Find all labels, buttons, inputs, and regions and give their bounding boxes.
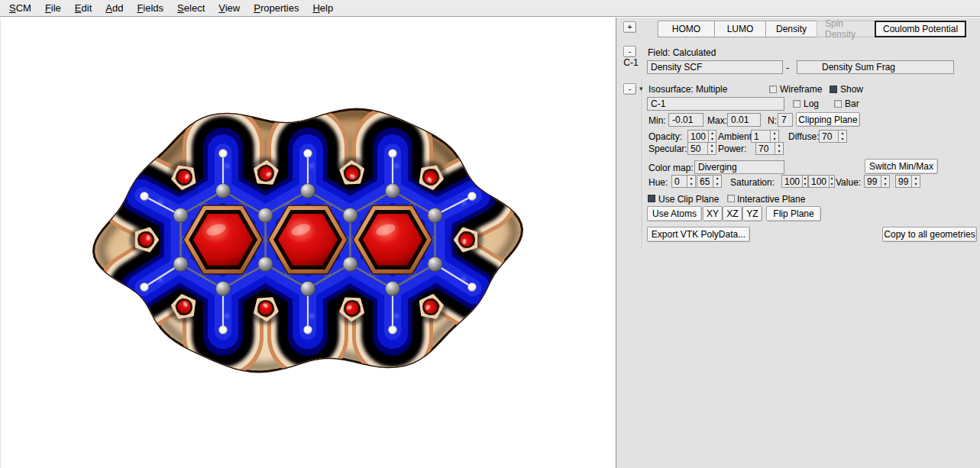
value-max-value[interactable]: 99: [895, 175, 911, 188]
use-clip-plane-label: Use Clip Plane: [658, 194, 719, 205]
molecule-render: [1, 18, 616, 468]
geometry-label: C-1: [621, 57, 641, 68]
saturation-max-value[interactable]: 100: [808, 175, 829, 188]
export-vtk-button[interactable]: Export VTK PolyData...: [647, 227, 750, 242]
min-input[interactable]: -0.01: [668, 113, 703, 127]
expand-section-button[interactable]: +: [623, 21, 636, 33]
spinner-arrows-icon[interactable]: ▴▾: [829, 175, 835, 188]
use-atoms-button[interactable]: Use Atoms: [647, 206, 702, 221]
isosurface-section-title: Isosurface: Multiple: [648, 84, 727, 95]
opacity-stepper[interactable]: 100 ▴▾: [687, 130, 716, 143]
collapse-field-section-button[interactable]: -: [623, 46, 636, 57]
ambient-stepper[interactable]: 1 ▴▾: [751, 130, 779, 143]
menu-add[interactable]: Add: [99, 1, 130, 16]
hue-min-stepper[interactable]: 0 ▴▾: [671, 175, 696, 188]
tab-homo[interactable]: HOMO: [658, 21, 715, 37]
saturation-min-value[interactable]: 100: [781, 175, 802, 188]
field-tab-bar: HOMO LUMO Density Spin Density Coulomb P…: [658, 21, 966, 37]
tab-lumo[interactable]: LUMO: [714, 21, 766, 37]
plane-xy-button[interactable]: XY: [703, 206, 723, 221]
tab-coulomb-potential[interactable]: Coulomb Potential: [875, 21, 966, 37]
specular-label: Specular:: [648, 144, 687, 154]
clipping-plane-button[interactable]: Clipping Plane: [796, 112, 860, 127]
opacity-label: Opacity:: [648, 131, 682, 142]
spinner-arrows-icon[interactable]: ▴▾: [838, 130, 847, 143]
power-stepper[interactable]: 70 ▴▾: [755, 142, 784, 155]
spinner-arrows-icon[interactable]: ▴▾: [911, 175, 920, 188]
collapse-isosurface-section-button[interactable]: -: [623, 83, 636, 95]
log-label: Log: [804, 98, 819, 109]
use-clip-plane-checkbox[interactable]: [648, 195, 655, 202]
application-window: SCM File Edit Add Fields Select View Pro…: [0, 0, 980, 468]
hue-max-value[interactable]: 65: [697, 175, 713, 188]
tab-density[interactable]: Density: [765, 21, 817, 37]
wireframe-checkbox[interactable]: [769, 86, 777, 93]
menu-scm[interactable]: SCM: [2, 1, 38, 16]
log-checkbox[interactable]: [793, 100, 800, 108]
n-input[interactable]: 7: [778, 113, 793, 127]
spinner-arrows-icon[interactable]: ▴▾: [775, 142, 784, 155]
hue-max-stepper[interactable]: 65 ▴▾: [697, 175, 722, 188]
saturation-max-stepper[interactable]: 100 ▴▾: [808, 175, 835, 188]
hue-label: Hue:: [648, 177, 668, 188]
collapse-arrow-icon[interactable]: ▾: [639, 86, 643, 92]
min-label: Min:: [648, 115, 666, 126]
field-combo-right[interactable]: Density Sum Frag: [797, 60, 954, 74]
plane-yz-button[interactable]: YZ: [742, 206, 762, 221]
interactive-plane-checkbox[interactable]: [727, 195, 735, 202]
isosurface-name-input[interactable]: C-1: [647, 97, 784, 111]
plane-xz-button[interactable]: XZ: [723, 206, 742, 221]
diffuse-value[interactable]: 70: [819, 130, 838, 143]
value-max-stepper[interactable]: 99 ▴▾: [895, 175, 920, 188]
colormap-combo[interactable]: Diverging: [694, 160, 784, 174]
diffuse-stepper[interactable]: 70 ▴▾: [819, 130, 847, 143]
menu-properties[interactable]: Properties: [247, 1, 306, 16]
ambient-label: Ambient:: [718, 131, 754, 142]
copy-to-all-geometries-button[interactable]: Copy to all geometries: [882, 227, 977, 242]
menu-fields[interactable]: Fields: [130, 1, 170, 16]
spinner-arrows-icon[interactable]: ▴▾: [802, 175, 808, 188]
spinner-arrows-icon[interactable]: ▴▾: [770, 130, 779, 143]
power-label: Power:: [718, 144, 746, 154]
wireframe-label: Wireframe: [780, 84, 822, 95]
menu-edit[interactable]: Edit: [68, 1, 99, 16]
viewport-3d[interactable]: [0, 18, 616, 468]
spinner-arrows-icon[interactable]: ▴▾: [708, 130, 716, 143]
power-value[interactable]: 70: [755, 142, 775, 155]
saturation-label: Saturation:: [730, 177, 775, 188]
tab-spin-density: Spin Density: [817, 21, 875, 37]
spinner-arrows-icon[interactable]: ▴▾: [713, 175, 722, 188]
bar-checkbox[interactable]: [834, 100, 842, 108]
bar-label: Bar: [845, 98, 859, 109]
max-label: Max:: [707, 115, 727, 126]
max-input[interactable]: 0.01: [727, 113, 761, 127]
menu-help[interactable]: Help: [306, 1, 340, 16]
control-panel: + HOMO LUMO Density Spin Density Coulomb…: [616, 18, 980, 468]
n-label: N:: [768, 115, 777, 126]
menu-file[interactable]: File: [38, 1, 68, 16]
saturation-min-stepper[interactable]: 100 ▴▾: [781, 175, 808, 188]
ambient-value[interactable]: 1: [751, 130, 770, 143]
colormap-label: Color map:: [648, 163, 694, 173]
menu-view[interactable]: View: [212, 1, 247, 16]
spinner-arrows-icon[interactable]: ▴▾: [687, 175, 696, 188]
diffuse-label: Diffuse:: [788, 131, 819, 142]
hue-min-value[interactable]: 0: [671, 175, 687, 188]
interactive-plane-label: Interactive Plane: [737, 194, 805, 205]
specular-stepper[interactable]: 50 ▴▾: [687, 142, 716, 155]
menu-bar: SCM File Edit Add Fields Select View Pro…: [0, 0, 980, 17]
menu-select[interactable]: Select: [170, 1, 212, 16]
field-section-title: Field: Calculated: [648, 47, 716, 58]
spinner-arrows-icon[interactable]: ▴▾: [881, 175, 890, 188]
flip-plane-button[interactable]: Flip Plane: [766, 206, 821, 221]
spinner-arrows-icon[interactable]: ▴▾: [707, 142, 716, 155]
specular-value[interactable]: 50: [687, 142, 707, 155]
show-label: Show: [840, 84, 863, 95]
value-min-stepper[interactable]: 99 ▴▾: [864, 175, 890, 188]
opacity-value[interactable]: 100: [687, 130, 708, 143]
show-checkbox[interactable]: [830, 86, 837, 93]
value-min-value[interactable]: 99: [864, 175, 881, 188]
switch-minmax-button[interactable]: Switch Min/Max: [865, 159, 938, 174]
field-combo-left[interactable]: Density SCF: [647, 60, 783, 74]
section-frame-line: [642, 79, 642, 248]
